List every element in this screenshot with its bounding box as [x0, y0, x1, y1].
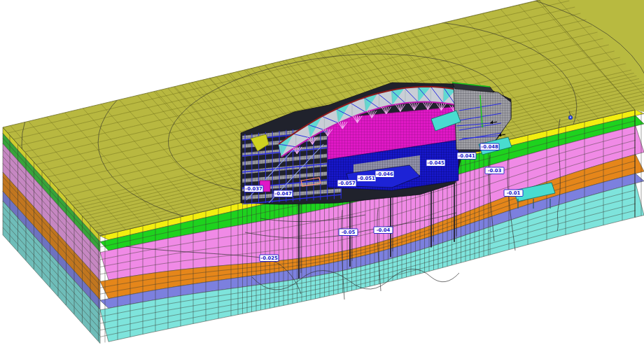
svg-text:-0.04: -0.04 [377, 227, 391, 233]
contour-label: -0.01 [504, 190, 523, 197]
svg-text:-0.025: -0.025 [260, 255, 278, 261]
svg-text:-0.057: -0.057 [338, 181, 356, 186]
contour-label: -0.048 [480, 143, 499, 150]
contour-label: -0.046 [375, 171, 394, 178]
contour-label: -0.03 [485, 167, 504, 174]
contour-label: -0.057 [337, 180, 356, 187]
scene-3d-fe-model[interactable]: -0.037-0.047-0.057-0.051-0.046-0.045-0.0… [0, 0, 644, 345]
svg-text:-0.041: -0.041 [458, 153, 475, 159]
svg-text:-0.045: -0.045 [427, 160, 444, 166]
contour-label: -0.041 [457, 153, 476, 160]
contour-label: -0.025 [260, 255, 279, 262]
contour-label: -0.037 [244, 185, 263, 192]
svg-text:-0.051: -0.051 [358, 176, 375, 181]
svg-text:-0.047: -0.047 [274, 191, 292, 197]
svg-text:-0.03: -0.03 [488, 168, 502, 174]
contour-label: -0.04 [374, 227, 393, 234]
contour-label: -0.05 [339, 229, 358, 236]
svg-text:-0.046: -0.046 [376, 171, 393, 177]
contour-label: -0.051 [357, 175, 376, 182]
svg-text:-0.037: -0.037 [245, 186, 262, 192]
contour-label: -0.045 [426, 160, 445, 167]
svg-text:-0.01: -0.01 [507, 190, 521, 196]
contour-label: -0.047 [274, 190, 293, 197]
model-viewport[interactable]: -0.037-0.047-0.057-0.051-0.046-0.045-0.0… [0, 0, 644, 345]
svg-text:-0.05: -0.05 [342, 230, 356, 235]
svg-text:-0.048: -0.048 [481, 144, 498, 150]
